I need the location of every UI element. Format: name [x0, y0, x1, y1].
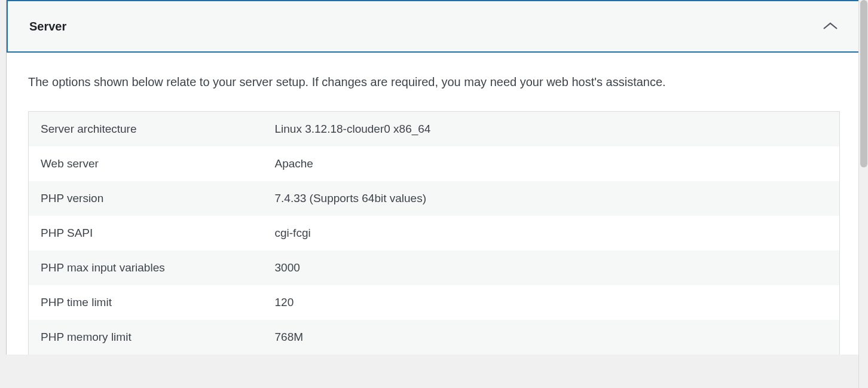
row-label: PHP version: [29, 181, 263, 216]
server-panel: Server The options shown below relate to…: [6, 0, 862, 355]
row-value: 768M: [263, 320, 840, 355]
table-row: PHP max input variables 3000: [29, 250, 840, 285]
server-info-table: Server architecture Linux 3.12.18-cloude…: [28, 111, 840, 355]
server-panel-header[interactable]: Server: [7, 0, 861, 53]
row-label: PHP SAPI: [29, 216, 263, 250]
scrollbar-thumb[interactable]: [860, 0, 867, 167]
vertical-scrollbar[interactable]: [858, 0, 868, 355]
row-value: Apache: [263, 146, 840, 181]
table-row: PHP SAPI cgi-fcgi: [29, 216, 840, 250]
row-value: 7.4.33 (Supports 64bit values): [263, 181, 840, 216]
row-label: PHP max input variables: [29, 250, 263, 285]
table-row: PHP memory limit 768M: [29, 320, 840, 355]
row-value: cgi-fcgi: [263, 216, 840, 250]
row-label: Server architecture: [29, 112, 263, 147]
panel-description: The options shown below relate to your s…: [28, 73, 840, 91]
table-row: Web server Apache: [29, 146, 840, 181]
server-panel-body: The options shown below relate to your s…: [7, 53, 861, 355]
row-label: Web server: [29, 146, 263, 181]
row-value: 3000: [263, 250, 840, 285]
table-row: PHP time limit 120: [29, 285, 840, 320]
row-label: PHP time limit: [29, 285, 263, 320]
row-value: 120: [263, 285, 840, 320]
panel-title: Server: [29, 20, 66, 33]
chevron-up-icon: [822, 18, 839, 35]
row-value: Linux 3.12.18-clouder0 x86_64: [263, 112, 840, 147]
table-row: Server architecture Linux 3.12.18-cloude…: [29, 112, 840, 147]
row-label: PHP memory limit: [29, 320, 263, 355]
table-row: PHP version 7.4.33 (Supports 64bit value…: [29, 181, 840, 216]
